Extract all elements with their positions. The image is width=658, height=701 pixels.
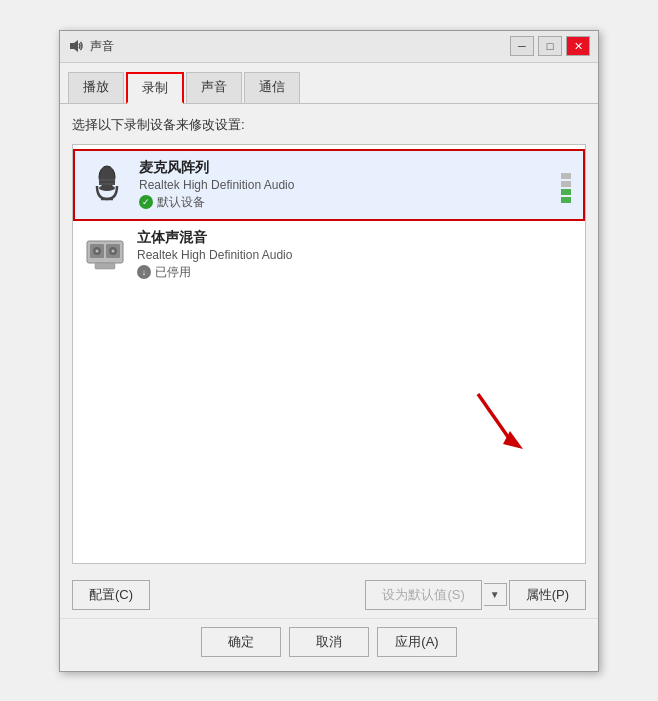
stereo-status-label: 已停用 bbox=[155, 264, 191, 281]
mic-device-name: 麦克风阵列 bbox=[139, 159, 551, 177]
sound-dialog: 声音 ─ □ ✕ 播放 录制 声音 通信 选择以下录制设备来修改设置: bbox=[59, 30, 599, 672]
tab-playback[interactable]: 播放 bbox=[68, 72, 124, 104]
set-default-dropdown[interactable]: ▼ bbox=[484, 583, 507, 606]
device-item-mic[interactable]: 麦克风阵列 Realtek High Definition Audio ✓ 默认… bbox=[73, 149, 585, 221]
mic-device-info: 麦克风阵列 Realtek High Definition Audio ✓ 默认… bbox=[139, 159, 551, 211]
mic-status-label: 默认设备 bbox=[157, 194, 205, 211]
vol-bar-1 bbox=[561, 173, 571, 179]
svg-point-3 bbox=[99, 185, 115, 191]
instruction-text: 选择以下录制设备来修改设置: bbox=[72, 116, 586, 134]
stereo-device-driver: Realtek High Definition Audio bbox=[137, 248, 575, 262]
default-properties-group: 设为默认值(S) ▼ 属性(P) bbox=[365, 580, 586, 610]
bottom-actions: 配置(C) 设为默认值(S) ▼ 属性(P) bbox=[60, 572, 598, 618]
vol-bar-2 bbox=[561, 181, 571, 187]
check-icon: ✓ bbox=[139, 195, 153, 209]
maximize-button[interactable]: □ bbox=[538, 36, 562, 56]
title-bar: 声音 ─ □ ✕ bbox=[60, 31, 598, 63]
properties-button[interactable]: 属性(P) bbox=[509, 580, 586, 610]
volume-indicator bbox=[561, 167, 573, 203]
set-default-button[interactable]: 设为默认值(S) bbox=[365, 580, 481, 610]
svg-marker-0 bbox=[70, 40, 78, 52]
stereo-icon bbox=[83, 233, 127, 277]
device-item-stereo[interactable]: 立体声混音 Realtek High Definition Audio ↓ 已停… bbox=[73, 221, 585, 289]
red-arrow bbox=[468, 389, 528, 462]
stereo-device-info: 立体声混音 Realtek High Definition Audio ↓ 已停… bbox=[137, 229, 575, 281]
ok-cancel-area: 确定 取消 应用(A) bbox=[60, 618, 598, 671]
tab-recording[interactable]: 录制 bbox=[126, 72, 184, 104]
title-icon bbox=[68, 38, 84, 54]
content-area: 选择以下录制设备来修改设置: bbox=[60, 104, 598, 572]
stereo-device-status: ↓ 已停用 bbox=[137, 264, 575, 281]
mic-device-driver: Realtek High Definition Audio bbox=[139, 178, 551, 192]
apply-button[interactable]: 应用(A) bbox=[377, 627, 457, 657]
ok-button[interactable]: 确定 bbox=[201, 627, 281, 657]
svg-point-12 bbox=[96, 249, 99, 252]
down-icon: ↓ bbox=[137, 265, 151, 279]
tab-bar: 播放 录制 声音 通信 bbox=[60, 63, 598, 104]
close-button[interactable]: ✕ bbox=[566, 36, 590, 56]
configure-button[interactable]: 配置(C) bbox=[72, 580, 150, 610]
tab-comms[interactable]: 通信 bbox=[244, 72, 300, 104]
device-list[interactable]: 麦克风阵列 Realtek High Definition Audio ✓ 默认… bbox=[72, 144, 586, 564]
svg-point-13 bbox=[112, 249, 115, 252]
cancel-button[interactable]: 取消 bbox=[289, 627, 369, 657]
minimize-button[interactable]: ─ bbox=[510, 36, 534, 56]
vol-bar-3 bbox=[561, 189, 571, 195]
mic-device-status: ✓ 默认设备 bbox=[139, 194, 551, 211]
tab-sounds[interactable]: 声音 bbox=[186, 72, 242, 104]
svg-rect-14 bbox=[95, 263, 115, 269]
window-controls: ─ □ ✕ bbox=[510, 36, 590, 56]
window-title: 声音 bbox=[90, 38, 114, 55]
mic-icon bbox=[85, 163, 129, 207]
vol-bar-4 bbox=[561, 197, 571, 203]
stereo-device-name: 立体声混音 bbox=[137, 229, 575, 247]
